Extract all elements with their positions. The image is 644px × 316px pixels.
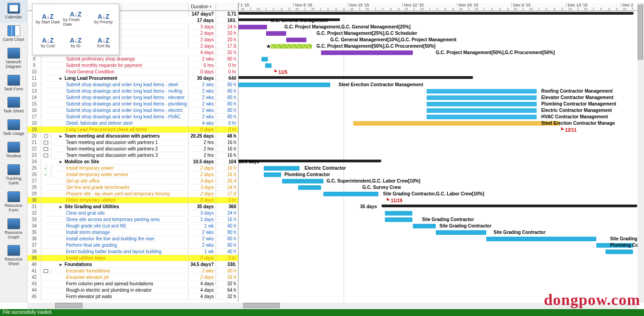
task-row[interactable]: 27 Set up site office3 days26.4 xyxy=(28,178,238,184)
view-timeline[interactable]: Timeline xyxy=(0,139,27,161)
task-row[interactable]: 8 Submit preliminary shop drawings2 wks8… xyxy=(28,56,238,62)
col-duration[interactable]: Duration xyxy=(189,3,216,11)
task-row[interactable]: 28 Set line and grade benchmarks3 days24… xyxy=(28,184,238,191)
gantt-bar[interactable] xyxy=(385,217,412,222)
task-row[interactable]: 18 Detail, fabricate and deliver steel4 … xyxy=(28,120,238,127)
gantt-bar[interactable] xyxy=(427,115,537,119)
gantt-bar[interactable] xyxy=(264,172,281,177)
timeline-header[interactable]: MTWTFSSMTWTFSSMTWTFSSMTWTFSSMTWTFSSMTWTF… xyxy=(239,3,639,11)
task-row[interactable]: 25✓ Install temporary power2 days16 h xyxy=(28,165,238,172)
view-task-form[interactable]: Task Form xyxy=(0,72,27,94)
gantt-bar[interactable] xyxy=(605,249,633,254)
milestone-icon[interactable] xyxy=(273,69,278,74)
sort-by-cost[interactable]: A↓Zby Cost xyxy=(34,32,61,53)
gantt-bar[interactable] xyxy=(239,160,381,162)
task-row[interactable]: 12 Submit shop drawings and order long l… xyxy=(28,82,238,88)
gantt-bar[interactable] xyxy=(427,108,537,113)
view-resource-graph[interactable]: Resource Graph xyxy=(0,216,27,243)
task-row[interactable]: 11▸ Long Lead Procurement30 days640 xyxy=(28,75,238,82)
gantt-bar[interactable] xyxy=(385,211,412,216)
view-network-diagram[interactable]: Network Diagram xyxy=(0,45,27,72)
task-row[interactable]: 17 Submit shop drawings and order long l… xyxy=(28,114,238,120)
task-row[interactable]: 19 Long Lead Procurement check all items… xyxy=(28,127,238,133)
task-row[interactable]: 40▸ Foundations34.5 days?330. xyxy=(28,261,238,268)
task-row[interactable]: 16 Submit shop drawings and order long l… xyxy=(28,107,238,114)
task-row[interactable]: 22 Team meeting and discussion with part… xyxy=(28,146,238,152)
sort-by-priority[interactable]: A↓Zby Priority xyxy=(90,6,117,31)
gantt-bar[interactable] xyxy=(266,31,286,36)
task-row[interactable]: 14 Submit shop drawings and order long l… xyxy=(28,94,238,101)
sort-by-id[interactable]: A↓Zby ID xyxy=(62,32,89,53)
task-row[interactable]: 38 Erect building batter boards and layo… xyxy=(28,249,238,255)
gantt-bar[interactable] xyxy=(298,185,321,190)
view-task-sheet[interactable]: Task Sheet xyxy=(0,94,27,116)
view-label: Resource Sheet xyxy=(1,257,26,266)
view-resource-sheet[interactable]: Resource Sheet xyxy=(0,242,27,269)
gantt-bar[interactable] xyxy=(239,25,267,29)
gantt-bar[interactable] xyxy=(323,192,378,196)
gantt-bar[interactable] xyxy=(382,205,637,207)
task-row[interactable]: 20▸ Team meeting and discussion with par… xyxy=(28,133,238,139)
task-row[interactable]: 41 Excavate foundations2 wks80 h xyxy=(28,268,238,274)
disclosure-icon[interactable]: ▸ xyxy=(60,159,63,164)
gantt-area[interactable]: G.C. General ManagementG.C. Project Mana… xyxy=(239,11,639,302)
sort-by-start-date[interactable]: A↓Zby Start Date xyxy=(34,6,61,31)
task-row[interactable]: 45 Form elevator pit walls4 days32 h xyxy=(28,294,238,300)
view-calendar[interactable]: Calendar xyxy=(0,0,27,22)
gantt-bar[interactable] xyxy=(239,83,330,87)
gantt-bar[interactable] xyxy=(321,50,413,55)
task-row[interactable]: 21 Team meeting and discussion with part… xyxy=(28,139,238,146)
disclosure-icon[interactable]: ▸ xyxy=(60,204,63,209)
gantt-bar[interactable] xyxy=(286,38,306,42)
task-row[interactable]: 42 Excavate elevator pit2 days16 h xyxy=(28,274,238,281)
task-row[interactable]: 39 Install utilities steps0 days0 hr xyxy=(28,255,238,261)
task-row[interactable]: 23 Team meeting and discussion with part… xyxy=(28,152,238,159)
gantt-bar[interactable] xyxy=(239,76,472,79)
gantt-bar[interactable] xyxy=(436,230,486,235)
task-row[interactable]: 35 Install storm drainage2 wks80 h xyxy=(28,229,238,236)
task-row[interactable]: 9 Submit monthly requests for payment6 h… xyxy=(28,62,238,69)
task-row[interactable]: 34 Rough grade site (cut and fill)1 wk40… xyxy=(28,223,238,229)
col-work[interactable] xyxy=(216,3,238,11)
milestone-icon[interactable] xyxy=(385,198,390,202)
table-hscroll[interactable] xyxy=(28,303,239,309)
gantt-bar[interactable] xyxy=(264,166,300,171)
task-row[interactable]: 15 Submit shop drawings and order long l… xyxy=(28,101,238,107)
task-row[interactable]: 10 Final General Condition0 days0 hr xyxy=(28,69,238,75)
task-row[interactable]: 36 Install exterior fire line and buildi… xyxy=(28,236,238,242)
task-row[interactable]: 29 Prepare site - lay down yard and temp… xyxy=(28,191,238,197)
gantt-bar[interactable] xyxy=(261,57,268,61)
view-task-usage[interactable]: Task Usage xyxy=(0,116,27,139)
tl-major: Dec 13 '15 xyxy=(566,3,588,7)
sort-sort-by[interactable]: A↓ZSort By xyxy=(90,32,117,53)
sort-by-finish-date[interactable]: A↓Zby Finish Date xyxy=(62,6,89,31)
gantt-bar[interactable] xyxy=(239,12,633,15)
view-resource-form[interactable]: Resource Form xyxy=(0,188,27,216)
task-row[interactable]: 43 Form column piers and spread foundati… xyxy=(28,281,238,287)
task-row[interactable]: 31▸ Site Grading and Utilities35 days360 xyxy=(28,204,238,210)
task-row[interactable]: 26✓ Install temporary water service2 day… xyxy=(28,172,238,178)
disclosure-icon[interactable]: ▸ xyxy=(60,133,63,139)
gantt-bar[interactable] xyxy=(486,237,596,241)
gantt-bar[interactable] xyxy=(427,102,537,106)
gantt-bar[interactable] xyxy=(353,121,560,126)
task-row[interactable]: 44 Rough-in electric and plumbing in ele… xyxy=(28,287,238,294)
disclosure-icon[interactable]: ▸ xyxy=(60,76,63,81)
vscroll[interactable] xyxy=(638,3,644,303)
task-row[interactable]: 33 Stone site access and temporary parki… xyxy=(28,216,238,223)
view-tracking-gantt[interactable]: Tracking Gantt xyxy=(0,161,27,188)
task-row[interactable]: 24▸ Mobilize on Site10.5 days104 xyxy=(28,159,238,165)
gantt-bar[interactable] xyxy=(427,89,537,94)
gantt-bar[interactable] xyxy=(413,224,436,228)
gantt-bar[interactable] xyxy=(427,95,537,100)
milestone-icon[interactable] xyxy=(560,127,564,132)
task-row[interactable]: 37 Perform final site grading2 wks80 h xyxy=(28,242,238,249)
gantt-bar[interactable] xyxy=(282,179,323,183)
task-row[interactable]: 30 Finish temporary utilities0 days0 hr xyxy=(28,197,238,204)
gantt-bar[interactable] xyxy=(265,63,272,68)
task-row[interactable]: 32 Clear and grub site3 days24 h xyxy=(28,210,238,216)
task-row[interactable]: 13 Submit shop drawings and order long l… xyxy=(28,88,238,94)
gantt-bar[interactable] xyxy=(271,44,312,49)
disclosure-icon[interactable]: ▸ xyxy=(60,262,63,267)
view-gantt-chart[interactable]: Gantt Chart xyxy=(0,22,27,45)
